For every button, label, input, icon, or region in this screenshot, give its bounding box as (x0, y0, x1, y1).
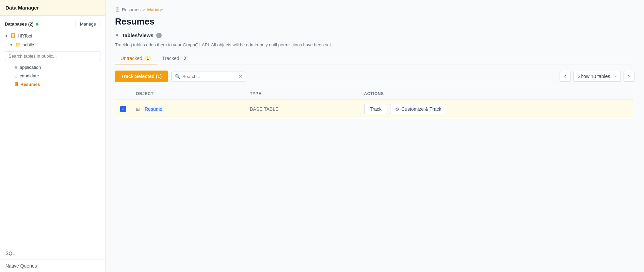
sidebar: Data Manager Databases (2) Manage ▼ 🗄 HR… (0, 0, 106, 272)
col-checkbox (115, 88, 131, 100)
db-breadcrumb-icon: 🗄 (115, 7, 120, 12)
section-header: ▼ Tables/Views i (115, 32, 634, 38)
tables-list: OBJECT TYPE ACTIONS ⊞ Resume BASE TABLE (115, 88, 634, 119)
row-object-cell: ⊞ Resume (131, 100, 245, 119)
row-checkbox[interactable] (120, 106, 126, 112)
table-grid-icon: ⊞ (136, 106, 140, 112)
chevron-down-icon: ▼ (5, 34, 8, 38)
app-title: Data Manager (5, 5, 39, 11)
table-row: ⊞ Resume BASE TABLE Track ⚙ Customize & … (115, 100, 634, 119)
col-actions: ACTIONS (359, 88, 634, 100)
sidebar-item-public[interactable]: ▼ 📁 public (0, 41, 105, 49)
sidebar-item-application[interactable]: ⊞ application (0, 63, 105, 72)
databases-label: Databases (2) (5, 21, 38, 27)
sidebar-nav-sql[interactable]: SQL (0, 247, 105, 259)
row-type-cell: BASE TABLE (245, 100, 359, 119)
status-dot (36, 23, 38, 26)
show-tables-select[interactable]: Show 10 tables Show 25 tables Show 50 ta… (573, 71, 621, 82)
customize-track-button[interactable]: ⚙ Customize & Track (390, 104, 446, 114)
tab-tracked[interactable]: Tracked 0 (157, 53, 194, 64)
prev-page-button[interactable]: < (560, 71, 570, 82)
clear-icon[interactable]: ✕ (239, 74, 242, 79)
col-object: OBJECT (131, 88, 245, 100)
tab-untracked[interactable]: Untracked 1 (115, 53, 157, 64)
breadcrumb-db: Resumes (122, 7, 141, 12)
row-actions-cell: Track ⚙ Customize & Track (359, 100, 634, 119)
breadcrumb: 🗄 Resumes > Manage (115, 7, 634, 12)
table-search-box: 🔍 ✕ (171, 72, 246, 81)
breadcrumb-active[interactable]: Manage (147, 7, 163, 12)
table-header-row: OBJECT TYPE ACTIONS (115, 88, 634, 100)
gear-icon: ⚙ (395, 107, 399, 112)
folder-icon: 📁 (15, 42, 20, 47)
table-icon: ⊞ (14, 74, 18, 78)
table-search-input[interactable] (182, 74, 237, 79)
sidebar-item-candidate[interactable]: ⊞ candidate (0, 72, 105, 80)
info-icon[interactable]: i (156, 33, 162, 38)
search-wrap (0, 49, 105, 63)
object-name: Resume (143, 106, 164, 112)
tabs-container: Untracked 1 Tracked 0 (115, 53, 634, 64)
main-content: 🗄 Resumes > Manage Resumes ▼ Tables/View… (106, 0, 644, 272)
database-icon: 🗄 (10, 33, 16, 39)
page-title: Resumes (115, 16, 634, 27)
chevron-down-icon: ▼ (10, 43, 13, 47)
table-icon: ⊞ (14, 65, 18, 70)
manage-button[interactable]: Manage (76, 20, 100, 28)
toolbar-right: < Show 10 tables Show 25 tables Show 50 … (560, 71, 634, 82)
toolbar-left: Track Selected (1) 🔍 ✕ (115, 71, 246, 82)
section-toggle-icon[interactable]: ▼ (115, 33, 119, 38)
toolbar: Track Selected (1) 🔍 ✕ < Show 10 tables … (115, 71, 634, 82)
sidebar-nav-native-queries[interactable]: Native Queries (0, 259, 105, 272)
track-selected-button[interactable]: Track Selected (1) (115, 71, 168, 82)
breadcrumb-sep: > (143, 7, 145, 12)
tracking-info: Tracking tables adds them to your GraphQ… (115, 42, 634, 47)
search-input[interactable] (5, 51, 100, 61)
sidebar-item-hrtool[interactable]: ▼ 🗄 HRTool (0, 31, 105, 41)
track-button[interactable]: Track (364, 104, 387, 114)
section-title: Tables/Views (122, 32, 154, 38)
type-badge: BASE TABLE (250, 106, 278, 112)
next-page-button[interactable]: > (624, 71, 634, 82)
row-checkbox-cell (115, 100, 131, 119)
table-icon: 🗄 (14, 82, 18, 87)
databases-section: Databases (2) Manage (0, 16, 105, 31)
sidebar-item-resumes[interactable]: 🗄 Resumes (0, 80, 105, 89)
sidebar-header: Data Manager (0, 0, 105, 16)
search-icon: 🔍 (175, 74, 180, 79)
col-type: TYPE (245, 88, 359, 100)
